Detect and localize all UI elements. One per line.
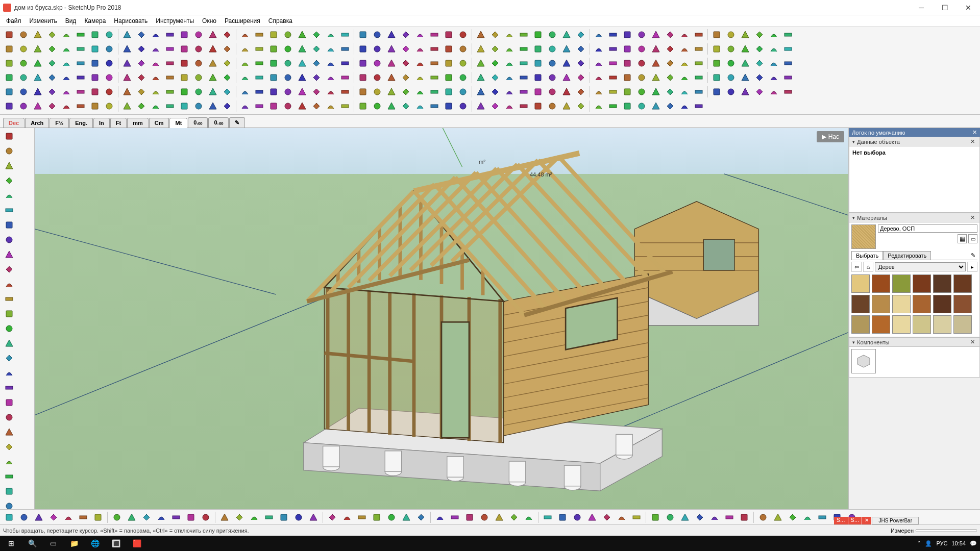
measurement-input[interactable] (916, 530, 977, 532)
toolbar-button[interactable] (413, 71, 427, 84)
toolbar-button[interactable] (220, 42, 234, 56)
toolbar-button[interactable] (120, 57, 134, 70)
toolbar-button[interactable] (592, 57, 605, 70)
toolbar-button[interactable] (724, 28, 738, 41)
material-swatch[interactable] (913, 295, 931, 313)
toolbar-button[interactable] (163, 57, 177, 70)
toolbar-button[interactable] (781, 42, 795, 56)
material-swatch[interactable] (851, 295, 870, 313)
toolbar-button[interactable] (356, 85, 370, 98)
toolbar-button[interactable] (753, 28, 766, 41)
material-swatch[interactable] (851, 315, 870, 334)
tray-notifications-icon[interactable]: 💬 (970, 540, 977, 547)
material-swatch[interactable] (892, 274, 911, 293)
side-toolbar-button[interactable] (2, 366, 17, 380)
toolbar-button[interactable] (399, 57, 412, 70)
toolbar-button[interactable] (428, 99, 441, 113)
explorer-icon[interactable]: 📁 (64, 536, 84, 551)
toolbar-button[interactable] (606, 42, 620, 56)
toolbar-button[interactable] (442, 57, 455, 70)
side-toolbar-button[interactable] (2, 203, 17, 217)
toolbar-button[interactable] (739, 57, 752, 70)
toolbar-button[interactable] (385, 99, 398, 113)
toolbar-button[interactable] (103, 99, 116, 113)
toolbar-button[interactable] (163, 85, 177, 98)
toolbar-button[interactable] (649, 57, 663, 70)
toolbar-button[interactable] (531, 71, 545, 84)
toolbar-button[interactable] (649, 99, 663, 113)
toolbar-button[interactable] (163, 42, 177, 56)
task-view-icon[interactable]: ▭ (43, 536, 63, 551)
bottom-toolbar-button[interactable] (678, 511, 692, 524)
component-preview[interactable] (851, 349, 876, 373)
toolbar-button[interactable] (267, 71, 280, 84)
bottom-toolbar-button[interactable] (91, 511, 105, 524)
toolbar-button[interactable] (574, 71, 587, 84)
bottom-toolbar-button[interactable] (615, 511, 628, 524)
toolbar-button[interactable] (253, 57, 266, 70)
bottom-toolbar-button[interactable] (463, 511, 476, 524)
toolbar-button[interactable] (767, 42, 780, 56)
toolbar-button[interactable] (517, 71, 530, 84)
toolbar-button[interactable] (724, 42, 738, 56)
unit-tab-f12[interactable]: F½ (50, 118, 69, 128)
toolbar-button[interactable] (74, 71, 87, 84)
home-icon[interactable]: ⌂ (863, 262, 873, 272)
toolbar-button[interactable] (456, 57, 470, 70)
edge-icon[interactable]: 🌐 (85, 536, 105, 551)
bottom-toolbar-button[interactable] (630, 511, 643, 524)
panel-close-icon[interactable]: ✕ (969, 214, 976, 221)
toolbar-button[interactable] (428, 85, 441, 98)
toolbar-button[interactable] (17, 42, 30, 56)
toolbar-button[interactable] (220, 99, 234, 113)
material-swatch[interactable] (872, 295, 890, 313)
toolbar-button[interactable] (267, 99, 280, 113)
bottom-toolbar-button[interactable] (801, 511, 814, 524)
toolbar-button[interactable] (338, 99, 352, 113)
toolbar-button[interactable] (474, 57, 487, 70)
toolbar-button[interactable] (267, 28, 280, 41)
toolbar-button[interactable] (442, 42, 455, 56)
bottom-toolbar-button[interactable] (385, 511, 398, 524)
eyedropper-icon[interactable]: ✎ (969, 251, 977, 260)
toolbar-button[interactable] (310, 57, 323, 70)
toolbar-button[interactable] (192, 57, 205, 70)
tray-lang[interactable]: РУС (936, 540, 947, 546)
toolbar-button[interactable] (442, 71, 455, 84)
menu-edit[interactable]: Изменить (26, 16, 61, 26)
toolbar-button[interactable] (310, 28, 323, 41)
toolbar-button[interactable] (692, 42, 705, 56)
menu-draw[interactable]: Нарисовать (110, 16, 152, 26)
toolbar-button[interactable] (163, 28, 177, 41)
side-toolbar-button[interactable] (2, 188, 17, 203)
bottom-toolbar-button[interactable] (155, 511, 168, 524)
material-swatch[interactable] (933, 315, 951, 334)
toolbar-button[interactable] (606, 85, 620, 98)
toolbar-button[interactable] (724, 57, 738, 70)
toolbar-button[interactable] (281, 28, 295, 41)
side-toolbar-button[interactable] (2, 499, 17, 509)
toolbar-button[interactable] (710, 42, 723, 56)
toolbar-button[interactable] (560, 28, 573, 41)
toolbar-button[interactable] (781, 57, 795, 70)
toolbar-button[interactable] (310, 99, 323, 113)
tray-clock[interactable]: 10:54 (951, 540, 966, 546)
viewport-action-hint[interactable]: ▶ Нас (817, 131, 844, 142)
toolbar-button[interactable] (413, 57, 427, 70)
toolbar-button[interactable] (546, 57, 559, 70)
toolbar-button[interactable] (238, 42, 252, 56)
toolbar-button[interactable] (664, 57, 677, 70)
toolbar-button[interactable] (781, 28, 795, 41)
toolbar-button[interactable] (31, 71, 44, 84)
bottom-toolbar-button[interactable] (493, 511, 506, 524)
bottom-toolbar-button[interactable] (693, 511, 706, 524)
details-menu-icon[interactable]: ▸ (967, 262, 977, 272)
bottom-toolbar-button[interactable] (125, 511, 138, 524)
toolbar-button[interactable] (103, 42, 116, 56)
toolbar-button[interactable] (60, 85, 73, 98)
toolbar-button[interactable] (324, 71, 337, 84)
toolbar-button[interactable] (206, 42, 219, 56)
bottom-toolbar-button[interactable] (433, 511, 447, 524)
toolbar-button[interactable] (149, 99, 162, 113)
bottom-toolbar-button[interactable] (664, 511, 677, 524)
